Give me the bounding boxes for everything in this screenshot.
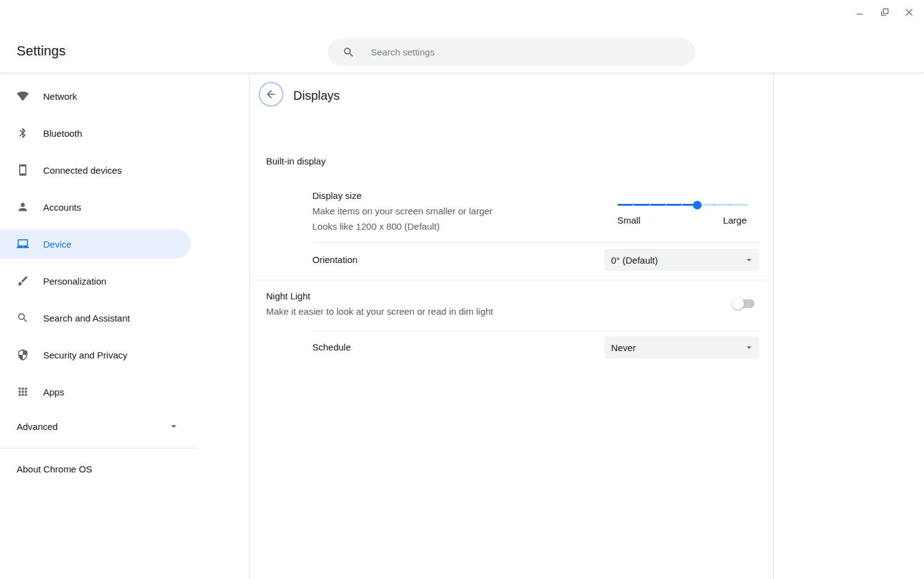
sidebar-advanced-toggle[interactable]: Advanced: [0, 414, 191, 439]
sidebar-item-label: Apps: [43, 387, 64, 397]
display-size-slider-markers: [617, 200, 747, 209]
smartphone-icon: [17, 164, 29, 176]
apps-grid-icon: [17, 386, 29, 398]
page-title: Displays: [293, 89, 340, 103]
sidebar-item-apps[interactable]: Apps: [0, 373, 249, 410]
separator: [254, 280, 768, 280]
display-size-text: Display size Make items on your screen s…: [312, 188, 493, 234]
topbar: Settings: [0, 0, 924, 73]
sidebar-item-security-and-privacy[interactable]: Security and Privacy: [0, 336, 249, 373]
section-title: Built-in display: [266, 156, 326, 166]
orientation-dropdown[interactable]: 0° (Default): [604, 249, 759, 271]
night-light-toggle-thumb[interactable]: [732, 298, 744, 310]
search-icon: [17, 312, 29, 324]
back-button[interactable]: [259, 82, 283, 107]
schedule-dropdown[interactable]: Never: [604, 336, 759, 358]
sidebar-item-label: Personalization: [43, 276, 107, 286]
sidebar-item-device[interactable]: Device: [0, 225, 249, 262]
display-size-slider[interactable]: [617, 200, 747, 209]
brush-icon: [17, 275, 29, 287]
slider-min-label: Small: [617, 215, 641, 225]
sidebar-item-label: Accounts: [43, 202, 81, 213]
sidebar-item-label: Device: [43, 239, 71, 249]
minimize-button[interactable]: [848, 2, 872, 22]
person-icon: [17, 201, 29, 213]
display-size-current-value: Looks like 1200 x 800 (Default): [312, 219, 493, 234]
search-icon: [342, 46, 355, 59]
night-light-title: Night Light: [266, 291, 310, 301]
orientation-label: Orientation: [312, 254, 357, 265]
displays-page: Displays Built-in display Display size M…: [249, 73, 774, 579]
display-size-description: Make items on your screen smaller or lar…: [312, 203, 493, 219]
slider-max-label: Large: [723, 215, 747, 225]
sidebar-item-network[interactable]: Network: [0, 78, 249, 115]
sidebar-item-label: Search and Assistant: [43, 313, 130, 323]
sidebar-item-connected-devices[interactable]: Connected devices: [0, 152, 249, 188]
search-bar[interactable]: [328, 38, 695, 66]
sidebar-item-search-and-assistant[interactable]: Search and Assistant: [0, 299, 249, 336]
sidebar-item-about-chrome-os[interactable]: About Chrome OS: [0, 456, 197, 481]
advanced-label: Advanced: [17, 421, 58, 432]
display-size-slider-labels: Small Large: [617, 215, 747, 225]
sidebar: Network Bluetooth Connected devices Acco…: [0, 73, 249, 579]
bluetooth-icon: [17, 127, 29, 139]
night-light-description: Make it easier to look at your screen or…: [266, 306, 493, 317]
sidebar-item-accounts[interactable]: Accounts: [0, 188, 249, 225]
separator: [312, 331, 760, 331]
app-title: Settings: [17, 43, 66, 59]
laptop-icon: [17, 238, 29, 250]
window-controls: [848, 2, 922, 22]
sidebar-item-label: Bluetooth: [43, 128, 82, 139]
sidebar-item-label: Security and Privacy: [43, 350, 128, 360]
close-icon: [904, 7, 915, 18]
sidebar-item-label: Connected devices: [43, 165, 122, 176]
sidebar-item-bluetooth[interactable]: Bluetooth: [0, 115, 249, 152]
shield-icon: [17, 349, 29, 361]
chevron-down-icon: [744, 342, 755, 353]
restore-button[interactable]: [872, 2, 897, 22]
schedule-label: Schedule: [312, 342, 351, 352]
sidebar-item-label: Network: [43, 91, 77, 102]
chevron-down-icon: [744, 254, 755, 265]
wifi-icon: [17, 90, 29, 102]
sidebar-list: Network Bluetooth Connected devices Acco…: [0, 78, 249, 410]
arrow-back-icon: [265, 88, 277, 100]
schedule-value: Never: [611, 342, 636, 353]
search-input[interactable]: [371, 47, 695, 57]
separator: [312, 242, 760, 243]
about-label: About Chrome OS: [17, 464, 92, 474]
display-size-title: Display size: [312, 188, 493, 203]
minimize-icon: [854, 7, 865, 18]
sidebar-divider: [0, 448, 197, 448]
chevron-down-icon: [168, 420, 180, 432]
night-light-toggle[interactable]: [734, 299, 755, 308]
restore-icon: [879, 7, 890, 18]
close-button[interactable]: [897, 2, 922, 22]
display-size-slider-thumb[interactable]: [693, 201, 702, 209]
orientation-value: 0° (Default): [611, 255, 658, 265]
sidebar-item-personalization[interactable]: Personalization: [0, 262, 249, 299]
